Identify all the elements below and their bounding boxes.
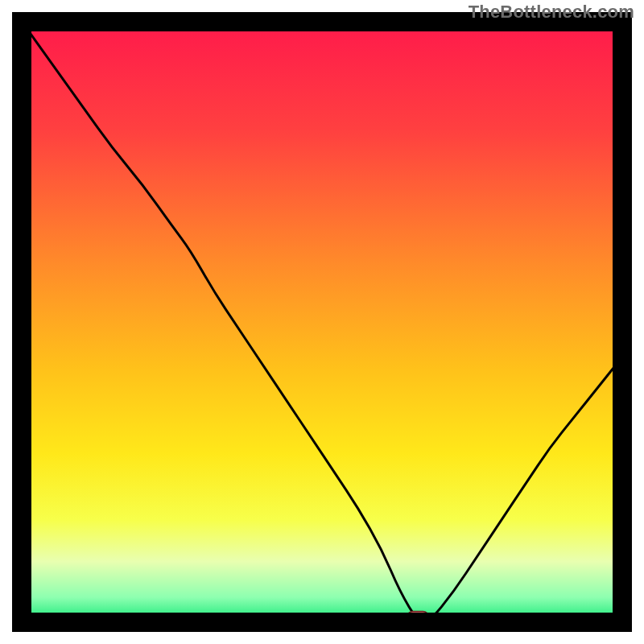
watermark-text: TheBottleneck.com <box>469 2 634 23</box>
chart-canvas <box>0 0 644 644</box>
gradient-background <box>23 23 621 621</box>
bottleneck-chart: TheBottleneck.com <box>0 0 644 644</box>
